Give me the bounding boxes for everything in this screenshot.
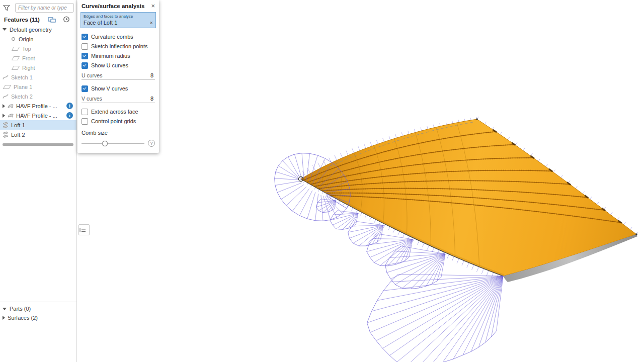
tree-item-right-plane[interactable]: Right [0,63,76,72]
scene-line [302,153,304,179]
filter-input[interactable] [15,3,74,13]
scene-line [380,239,413,265]
scene-line [318,163,320,168]
scene-line [485,122,486,124]
tree-item-label: Front [22,55,35,61]
selection-field[interactable]: Edges and faces to analyze Face of Loft … [80,12,156,28]
tree-item-plane-1[interactable]: Plane 1 [0,82,76,92]
filter-funnel-icon[interactable] [3,5,10,11]
tree-item-top-plane[interactable]: Top [0,44,76,53]
scene-line [388,227,390,230]
comb-size-slider-handle[interactable] [102,141,108,146]
tree-item-sketch-1[interactable]: Sketch 1 [0,72,76,82]
info-icon[interactable] [66,112,73,119]
curvature-combs-checkbox[interactable] [82,34,88,40]
show-v-curves-label[interactable]: Show V curves [91,85,128,92]
scene-line [427,126,428,129]
scene-line [391,254,445,279]
v-curves-count-value[interactable]: 8 [150,96,155,102]
tree-item-label: HAVF Profile - ... [16,103,57,109]
comb-size-slider-track[interactable] [82,143,144,144]
surfaces-header: Surfaces (2) [8,315,38,321]
tree-item-havf-profile-1[interactable]: HAVF Profile - ... [0,101,76,111]
tree-options-icon[interactable] [48,17,56,23]
scene-line [500,132,502,135]
history-clock-icon[interactable] [63,16,70,23]
scene-line [390,254,445,257]
info-icon[interactable] [66,103,73,109]
feature-list-toggle-button[interactable] [78,224,90,235]
sketch-inflection-checkbox[interactable] [82,43,88,50]
tree-item-sketch-2[interactable]: Sketch 2 [0,92,76,101]
viewport-3d-scene[interactable] [76,0,644,362]
control-point-grids-label[interactable]: Control point grids [91,118,136,124]
chevron-down-icon[interactable] [3,308,7,310]
tree-item-loft-2[interactable]: Loft 2 [0,130,76,139]
scene-line [538,159,540,161]
scene-line [356,210,357,213]
minimum-radius-label[interactable]: Minimum radius [91,53,130,59]
scene-line [576,186,578,189]
dialog-title: Curve/surface analysis [82,3,151,9]
u-curves-count-value[interactable]: 8 [150,72,155,78]
selection-value: Face of Loft 1 [84,20,150,26]
viewport-3d[interactable] [76,0,644,362]
scene-line [352,208,353,211]
extend-across-face-checkbox[interactable] [82,109,88,115]
chevron-right-icon[interactable] [3,104,5,108]
scene-line [338,211,358,213]
parts-header-row[interactable]: Parts (0) [0,304,76,313]
minimum-radius-checkbox[interactable] [82,53,88,59]
scene-line [403,234,405,238]
dialog-title-row: Curve/surface analysis × [77,0,159,11]
scene-line [383,138,384,142]
scene-line [398,274,503,276]
scene-line [458,120,459,122]
scene-line [432,247,434,252]
show-u-curves-checkbox[interactable] [82,62,88,69]
minimum-radius-row: Minimum radius [82,52,155,60]
scene-line [453,276,503,359]
control-point-grids-checkbox[interactable] [82,118,88,125]
surfaces-header-row[interactable]: Surfaces (2) [0,313,76,322]
scene-line [476,266,478,272]
tree-item-loft-1[interactable]: Loft 1 [0,120,76,130]
remove-selection-icon[interactable]: × [150,20,153,26]
help-icon[interactable]: ? [148,140,155,147]
app-window: Features (11) Default geometry Origin T [0,0,644,362]
u-curves-count-field[interactable]: U curves 8 [82,72,155,80]
comb-size-label: Comb size [82,130,155,136]
chevron-right-icon[interactable] [3,114,5,118]
close-icon[interactable]: × [151,4,155,9]
panel-bottom-section: Parts (0) Surfaces (2) [0,302,76,322]
selection-field-label: Edges and faces to analyze [84,14,153,19]
show-v-curves-checkbox[interactable] [82,85,88,92]
scene-line [359,225,383,246]
chevron-right-icon[interactable] [3,316,5,320]
rollback-bar[interactable] [3,143,73,146]
u-curves-count-label: U curves [82,72,102,78]
scene-line [446,122,446,125]
tree-item-havf-profile-2[interactable]: HAVF Profile - ... [0,111,76,120]
show-u-curves-label[interactable]: Show U curves [91,62,128,68]
scene-line [422,243,424,247]
extend-across-face-label[interactable]: Extend across face [91,109,138,115]
sketch-inflection-row: Sketch inflection points [82,42,155,50]
sketch-inflection-label[interactable]: Sketch inflection points [91,43,148,49]
v-curves-count-field[interactable]: V curves 8 [82,96,155,103]
scene-line [367,239,413,251]
chevron-down-icon[interactable] [3,28,7,31]
scene-line [335,155,337,160]
tree-item-front-plane[interactable]: Front [0,53,76,63]
scene-line [383,224,385,228]
tree-item-default-geometry[interactable]: Default geometry [0,25,76,34]
tree-item-origin[interactable]: Origin [0,34,76,44]
curve-surface-analysis-dialog: Curve/surface analysis × Edges and faces… [77,0,159,153]
scene-line [329,158,332,163]
scene-line [420,276,503,362]
scene-line [491,276,503,337]
scene-line [322,192,323,194]
scene-line [561,175,563,178]
curvature-combs-label[interactable]: Curvature combs [91,34,133,40]
show-u-curves-row: Show U curves [82,61,155,69]
